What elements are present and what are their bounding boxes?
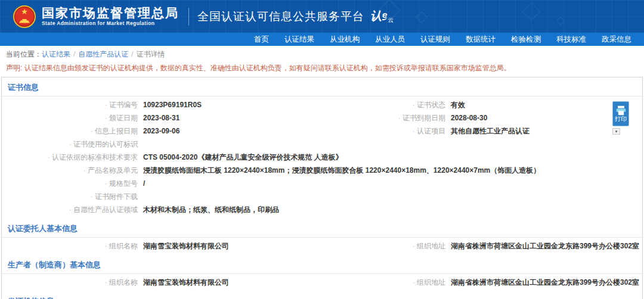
field-label: 证书使用的认可标识	[2, 139, 138, 150]
nav-item-8[interactable]: 政采信息	[594, 33, 639, 46]
field-value: 浸渍胶膜纸饰面细木工板 1220×2440×18mm；浸渍胶膜纸饰面胶合板 12…	[143, 166, 540, 176]
breadcrumb-label: 当前位置：	[6, 50, 42, 58]
print-button[interactable]: 打印	[612, 101, 629, 126]
field-row: 组织地址湖南省株洲市荷塘区金山工业园金龙东路399号办公楼302室	[322, 276, 642, 289]
print-widget: 打印 ▼	[612, 101, 629, 135]
field-row: 证书状态有效	[322, 98, 642, 111]
field-label: 组织名称	[2, 241, 138, 251]
breadcrumb-link-1[interactable]: 自愿性产品认证	[78, 50, 128, 58]
nav-item-0[interactable]: 首页	[246, 33, 277, 46]
breadcrumb-separator: /	[131, 50, 133, 58]
breadcrumb-link-0[interactable]: 认证结果	[42, 50, 70, 58]
field-label: 规格型号	[2, 179, 138, 189]
field-row: 证书编号10923P69191R0S	[2, 98, 322, 111]
field-value: 2023-09-06	[143, 127, 179, 135]
certificate-panel: 证书信息证书编号10923P69191R0S证书状态有效颁证日期2023-08-…	[1, 77, 643, 299]
org-title-block: 国家市场监督管理总局 State Administration for Mark…	[42, 6, 179, 27]
printer-icon	[615, 105, 627, 116]
field-row: 颁证日期2023-08-31	[2, 111, 322, 124]
field-row: 认证依据的标准和技术要求CTS 05004-2020《建材产品儿童安全级评价技术…	[2, 151, 642, 164]
field-label: 颁证日期	[2, 113, 138, 123]
nav-item-5[interactable]: 数据统计	[458, 33, 503, 46]
breadcrumb-current: 证书详情	[137, 50, 165, 58]
field-value: 10923P69191R0S	[143, 101, 202, 109]
nav-item-1[interactable]: 认证结果	[277, 33, 322, 46]
caret-down-icon: ▼	[615, 130, 618, 133]
emblem-gate-icon	[19, 19, 30, 23]
org-subtitle: State Administration for Market Regulati…	[42, 20, 179, 27]
field-value: CTS 05004-2020《建材产品儿童安全级评价技术规范 人造板》	[143, 152, 343, 163]
field-row: 组织名称湖南雪宝装饰材料有限公司	[2, 239, 322, 253]
field-row: 组织地址湖南省株洲市荷塘区金山工业园金龙东路399号办公楼302室	[322, 239, 642, 253]
nav-item-4[interactable]: 认证规则	[413, 33, 458, 46]
nav-item-6[interactable]: 检验检测	[503, 33, 549, 46]
print-button-label: 打印	[615, 116, 627, 123]
national-emblem-icon: ★	[13, 5, 36, 28]
section-title-cert-info: 证书信息	[2, 77, 642, 96]
main-nav: 首页认证结果从业机构从业人员认证规则数据统计检验检测科技标准政采信息	[0, 33, 644, 46]
org-title: 国家市场监督管理总局	[42, 6, 179, 20]
header-divider	[188, 8, 189, 26]
print-caret[interactable]: ▼	[612, 128, 620, 135]
field-label: 自愿性产品认证领域	[2, 205, 138, 215]
field-label: 证书附件下载	[2, 192, 138, 202]
field-value: 2028-08-30	[451, 114, 487, 122]
field-row: 证书到期日期2028-08-30	[322, 111, 642, 124]
breadcrumb-separator: /	[73, 50, 75, 58]
field-row: 组织名称湖南雪宝装饰材料有限公司	[2, 276, 322, 289]
field-label: 组织地址	[322, 278, 445, 288]
section-title-issuer-info: 发证机构信息	[2, 291, 642, 299]
nav-item-3[interactable]: 从业人员	[367, 33, 413, 46]
field-label: 组织名称	[2, 278, 138, 288]
nav-item-2[interactable]: 从业机构	[322, 33, 367, 46]
field-row: 自愿性产品认证领域木材和木制品；纸浆、纸和纸制品，印刷品	[2, 203, 642, 216]
section-fields-producer-info: 组织名称湖南雪宝装饰材料有限公司组织地址湖南省株洲市荷塘区金山工业园金龙东路39…	[2, 274, 642, 291]
site-header: ★ 国家市场监督管理总局 State Administration for Ma…	[0, 0, 644, 33]
field-row: 规格型号/	[2, 177, 642, 190]
section-fields-cert-info: 证书编号10923P69191R0S证书状态有效颁证日期2023-08-31证书…	[2, 96, 642, 219]
field-value: 湖南雪宝装饰材料有限公司	[143, 278, 229, 288]
section-title-producer-info: 生产者（制造商）基本信息	[2, 255, 642, 273]
field-label: 认证依据的标准和技术要求	[2, 152, 138, 163]
field-value: 湖南雪宝装饰材料有限公司	[143, 241, 229, 251]
header-decor	[522, 2, 540, 20]
field-row: 产品名称及单元浸渍胶膜纸饰面细木工板 1220×2440×18mm；浸渍胶膜纸饰…	[2, 164, 642, 177]
page: ★ 国家市场监督管理总局 State Administration for Ma…	[0, 0, 644, 299]
header-decor	[556, 17, 565, 25]
field-value: 有效	[451, 100, 465, 110]
header-decor	[416, 11, 428, 23]
field-label: 证书到期日期	[322, 113, 445, 123]
section-title-applicant-info: 认证委托人基本信息	[2, 219, 642, 237]
field-label: 组织地址	[322, 241, 445, 251]
field-row: 信息上报日期2023-09-06	[2, 124, 322, 138]
field-value: 2023-08-31	[143, 114, 179, 122]
platform-title: 全国认证认可信息公共服务平台	[197, 9, 364, 24]
field-label: 信息上报日期	[2, 126, 138, 136]
section-fields-applicant-info: 组织名称湖南雪宝装饰材料有限公司组织地址湖南省株洲市荷塘区金山工业园金龙东路39…	[2, 238, 642, 255]
field-value: 其他自愿性工业产品认证	[451, 126, 530, 136]
field-label: 证书编号	[2, 100, 138, 110]
field-row: 证书使用的认可标识	[2, 138, 642, 151]
field-label: 证书状态	[322, 100, 445, 110]
field-value: 湖南省株洲市荷塘区金山工业园金龙东路399号办公楼302室	[451, 278, 639, 288]
nav-item-7[interactable]: 科技标准	[549, 33, 594, 46]
emblem-star-icon: ★	[21, 8, 28, 15]
field-label: 产品名称及单元	[2, 166, 138, 176]
field-row: 认证项目其他自愿性工业产品认证	[322, 124, 642, 138]
field-value: 木材和木制品；纸浆、纸和纸制品，印刷品	[143, 205, 279, 215]
field-value: 湖南省株洲市荷塘区金山工业园金龙东路399号办公楼302室	[451, 241, 639, 251]
disclaimer-notice: 声明: 认证结果信息由颁发证书的认证机构提供，数据的真实性、准确性由认证机构负责…	[0, 61, 644, 76]
field-row: 证书附件下载	[2, 190, 642, 203]
field-value: /	[143, 179, 145, 188]
breadcrumb: 当前位置：认证结果/自愿性产品认证/证书详情	[0, 46, 644, 61]
field-label: 认证项目	[322, 126, 445, 136]
